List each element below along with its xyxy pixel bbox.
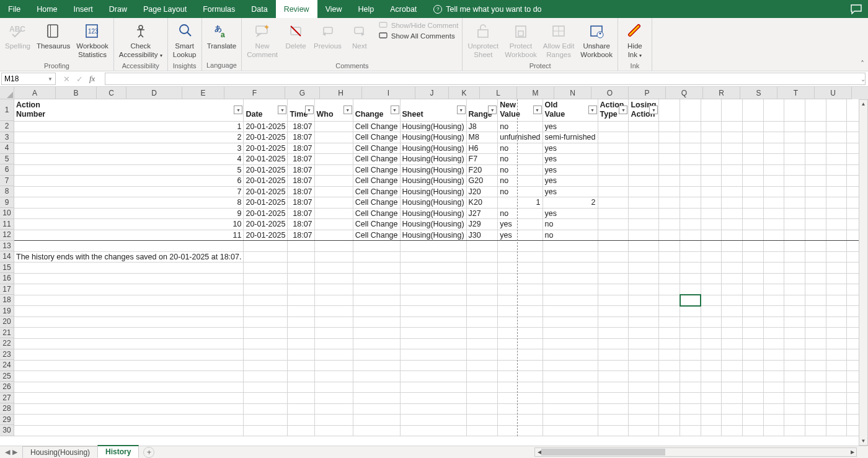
cell-C3[interactable]: 18:07 bbox=[288, 132, 314, 143]
tab-home[interactable]: Home bbox=[29, 0, 65, 18]
cell-N8[interactable] bbox=[701, 186, 722, 197]
smartlookup-button[interactable]: SmartLookup bbox=[170, 19, 199, 61]
cell-R11[interactable] bbox=[784, 219, 805, 230]
cell-D3[interactable] bbox=[314, 132, 353, 143]
cell-A12[interactable]: 11 bbox=[14, 230, 244, 241]
cell-O30[interactable] bbox=[722, 425, 743, 436]
cell-D13[interactable] bbox=[314, 241, 353, 252]
cell-C1[interactable]: Time▼ bbox=[288, 99, 314, 121]
cell-N2[interactable] bbox=[701, 121, 722, 132]
cell-K25[interactable] bbox=[629, 371, 659, 382]
cell-Q22[interactable] bbox=[763, 338, 784, 349]
cell-N11[interactable] bbox=[701, 219, 722, 230]
cell-A7[interactable]: 6 bbox=[14, 176, 244, 187]
cell-P15[interactable] bbox=[743, 263, 764, 274]
cell-E30[interactable] bbox=[353, 425, 400, 436]
cell-E13[interactable] bbox=[353, 241, 400, 252]
cell-F6[interactable]: Housing(Housing) bbox=[400, 164, 466, 176]
fx-icon[interactable]: fx bbox=[89, 74, 95, 84]
cell-D14[interactable] bbox=[314, 251, 353, 263]
cell-O18[interactable] bbox=[722, 295, 743, 306]
row-header-7[interactable]: 7 bbox=[0, 176, 14, 187]
cell-G9[interactable]: K20 bbox=[466, 197, 498, 209]
cell-J3[interactable] bbox=[598, 132, 629, 143]
cell-L24[interactable] bbox=[659, 360, 680, 371]
cell-P16[interactable] bbox=[743, 273, 764, 284]
cell-F12[interactable]: Housing(Housing) bbox=[400, 230, 466, 241]
cell-K7[interactable] bbox=[629, 176, 659, 187]
cell-K8[interactable] bbox=[629, 186, 659, 197]
cell-F16[interactable] bbox=[400, 273, 466, 284]
cell-L22[interactable] bbox=[659, 338, 680, 349]
cell-A15[interactable] bbox=[14, 263, 244, 274]
checkacc-button[interactable]: CheckAccessibility ▾ bbox=[117, 19, 165, 61]
cell-K4[interactable] bbox=[629, 143, 659, 154]
col-header-J[interactable]: J bbox=[415, 87, 449, 99]
cell-Q16[interactable] bbox=[763, 273, 784, 284]
cell-F29[interactable] bbox=[400, 415, 466, 426]
cell-S23[interactable] bbox=[805, 349, 826, 361]
sheet-nav-arrows[interactable]: ◀ ▶ bbox=[0, 448, 22, 456]
cell-H5[interactable]: no bbox=[498, 154, 542, 165]
cell-F10[interactable]: Housing(Housing) bbox=[400, 208, 466, 219]
cell-O2[interactable] bbox=[722, 121, 743, 132]
cell-E11[interactable]: Cell Change bbox=[353, 219, 400, 230]
cell-O10[interactable] bbox=[722, 208, 743, 219]
cell-I13[interactable] bbox=[542, 241, 598, 252]
cell-H28[interactable] bbox=[498, 403, 542, 415]
cell-M14[interactable] bbox=[680, 251, 701, 263]
cell-R24[interactable] bbox=[784, 360, 805, 371]
cell-E29[interactable] bbox=[353, 415, 400, 426]
filter-button-I[interactable]: ▼ bbox=[588, 106, 597, 114]
cell-D30[interactable] bbox=[314, 425, 353, 436]
cell-T7[interactable] bbox=[826, 176, 847, 187]
sheet-prev-icon[interactable]: ◀ bbox=[5, 448, 10, 456]
cell-M29[interactable] bbox=[680, 415, 701, 426]
cell-P11[interactable] bbox=[743, 219, 764, 230]
cell-E6[interactable]: Cell Change bbox=[353, 164, 400, 176]
cell-C7[interactable]: 18:07 bbox=[288, 176, 314, 187]
cell-Q1[interactable] bbox=[763, 99, 784, 121]
cell-G2[interactable]: J8 bbox=[466, 121, 498, 132]
cell-H22[interactable] bbox=[498, 338, 542, 349]
cell-J18[interactable] bbox=[598, 295, 629, 306]
cell-F25[interactable] bbox=[400, 371, 466, 382]
cell-Q18[interactable] bbox=[763, 295, 784, 306]
cell-J27[interactable] bbox=[598, 393, 629, 404]
cell-Q20[interactable] bbox=[763, 317, 784, 328]
ribbon-collapse-icon[interactable]: ˄ bbox=[861, 60, 864, 68]
cell-G5[interactable]: F7 bbox=[466, 154, 498, 165]
cell-O13[interactable] bbox=[722, 241, 743, 252]
cell-N10[interactable] bbox=[701, 208, 722, 219]
cell-T15[interactable] bbox=[826, 263, 847, 274]
cell-C5[interactable]: 18:07 bbox=[288, 154, 314, 165]
cell-L9[interactable] bbox=[659, 197, 680, 209]
cell-T23[interactable] bbox=[826, 349, 847, 361]
row-header-1[interactable]: 1 bbox=[0, 99, 14, 121]
cell-C23[interactable] bbox=[288, 349, 314, 361]
cell-J21[interactable] bbox=[598, 328, 629, 339]
cell-O28[interactable] bbox=[722, 403, 743, 415]
cell-E25[interactable] bbox=[353, 371, 400, 382]
cell-T17[interactable] bbox=[826, 284, 847, 295]
cell-T22[interactable] bbox=[826, 338, 847, 349]
cell-A3[interactable]: 2 bbox=[14, 132, 244, 143]
cell-I5[interactable]: yes bbox=[542, 154, 598, 165]
cell-S7[interactable] bbox=[805, 176, 826, 187]
cell-O26[interactable] bbox=[722, 382, 743, 393]
enter-formula-icon[interactable]: ✓ bbox=[76, 74, 83, 84]
tab-data[interactable]: Data bbox=[243, 0, 275, 18]
cell-I8[interactable]: yes bbox=[542, 186, 598, 197]
cell-M22[interactable] bbox=[680, 338, 701, 349]
cell-O11[interactable] bbox=[722, 219, 743, 230]
cell-A5[interactable]: 4 bbox=[14, 154, 244, 165]
cell-M19[interactable] bbox=[680, 306, 701, 317]
cell-B21[interactable] bbox=[244, 328, 288, 339]
cell-E17[interactable] bbox=[353, 284, 400, 295]
hideink-button[interactable]: HideInk ▾ bbox=[621, 19, 649, 61]
cell-G16[interactable] bbox=[466, 273, 498, 284]
cell-O7[interactable] bbox=[722, 176, 743, 187]
cell-B9[interactable]: 20-01-2025 bbox=[244, 197, 288, 209]
cell-G18[interactable] bbox=[466, 295, 498, 306]
cell-J2[interactable] bbox=[598, 121, 629, 132]
